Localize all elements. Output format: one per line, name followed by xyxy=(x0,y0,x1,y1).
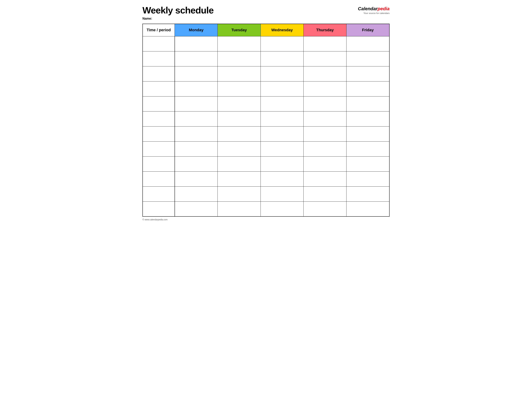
schedule-cell[interactable] xyxy=(347,201,389,216)
page-title: Weekly schedule xyxy=(142,5,214,15)
header-row: Weekly schedule Calendarpedia Your sourc… xyxy=(142,5,390,15)
time-cell[interactable] xyxy=(143,141,175,156)
schedule-cell[interactable] xyxy=(218,141,260,156)
schedule-cell[interactable] xyxy=(218,96,260,111)
table-row xyxy=(143,51,389,66)
schedule-cell[interactable] xyxy=(218,186,260,201)
time-cell[interactable] xyxy=(143,96,175,111)
schedule-cell[interactable] xyxy=(218,171,260,186)
schedule-cell[interactable] xyxy=(218,156,260,171)
col-header-monday: Monday xyxy=(175,24,218,36)
schedule-cell[interactable] xyxy=(304,171,346,186)
schedule-cell[interactable] xyxy=(260,141,304,156)
logo-tagline: Your source for calendars xyxy=(363,12,390,14)
schedule-cell[interactable] xyxy=(175,66,218,81)
col-header-friday: Friday xyxy=(347,24,389,36)
table-row xyxy=(143,111,389,126)
schedule-cell[interactable] xyxy=(260,36,304,51)
schedule-cell[interactable] xyxy=(175,96,218,111)
schedule-cell[interactable] xyxy=(347,186,389,201)
schedule-cell[interactable] xyxy=(175,36,218,51)
schedule-cell[interactable] xyxy=(260,126,304,141)
schedule-cell[interactable] xyxy=(347,126,389,141)
schedule-cell[interactable] xyxy=(175,156,218,171)
schedule-cell[interactable] xyxy=(218,81,260,96)
schedule-cell[interactable] xyxy=(304,36,346,51)
table-row xyxy=(143,66,389,81)
schedule-cell[interactable] xyxy=(304,201,346,216)
name-label: Name: xyxy=(142,17,152,20)
table-header-row: Time / period Monday Tuesday Wednesday T… xyxy=(143,24,389,36)
table-row xyxy=(143,186,389,201)
schedule-cell[interactable] xyxy=(218,51,260,66)
schedule-cell[interactable] xyxy=(175,126,218,141)
schedule-cell[interactable] xyxy=(260,81,304,96)
name-row: Name: xyxy=(142,17,390,20)
table-row xyxy=(143,141,389,156)
schedule-cell[interactable] xyxy=(218,36,260,51)
schedule-cell[interactable] xyxy=(304,51,346,66)
logo-pedia-text: pedia xyxy=(378,6,390,11)
footer-copyright: © www.calendarpedia.com xyxy=(142,218,167,221)
time-cell[interactable] xyxy=(143,51,175,66)
schedule-cell[interactable] xyxy=(347,66,389,81)
schedule-cell[interactable] xyxy=(218,201,260,216)
schedule-cell[interactable] xyxy=(304,141,346,156)
logo-calendar-text: Calendar xyxy=(358,6,378,11)
schedule-cell[interactable] xyxy=(260,66,304,81)
schedule-cell[interactable] xyxy=(304,156,346,171)
schedule-cell[interactable] xyxy=(175,111,218,126)
schedule-cell[interactable] xyxy=(347,111,389,126)
schedule-cell[interactable] xyxy=(347,81,389,96)
time-cell[interactable] xyxy=(143,66,175,81)
schedule-cell[interactable] xyxy=(260,171,304,186)
time-cell[interactable] xyxy=(143,186,175,201)
time-cell[interactable] xyxy=(143,171,175,186)
schedule-cell[interactable] xyxy=(304,96,346,111)
col-header-tuesday: Tuesday xyxy=(218,24,260,36)
schedule-cell[interactable] xyxy=(175,51,218,66)
schedule-cell[interactable] xyxy=(260,111,304,126)
schedule-cell[interactable] xyxy=(175,141,218,156)
schedule-cell[interactable] xyxy=(347,36,389,51)
table-row xyxy=(143,171,389,186)
schedule-cell[interactable] xyxy=(218,111,260,126)
schedule-body xyxy=(143,36,389,216)
page-wrapper: Weekly schedule Calendarpedia Your sourc… xyxy=(142,5,390,221)
schedule-cell[interactable] xyxy=(260,201,304,216)
time-cell[interactable] xyxy=(143,126,175,141)
schedule-cell[interactable] xyxy=(260,186,304,201)
schedule-cell[interactable] xyxy=(175,81,218,96)
time-cell[interactable] xyxy=(143,156,175,171)
schedule-cell[interactable] xyxy=(175,186,218,201)
time-cell[interactable] xyxy=(143,201,175,216)
schedule-cell[interactable] xyxy=(260,51,304,66)
schedule-cell[interactable] xyxy=(218,126,260,141)
schedule-cell[interactable] xyxy=(304,66,346,81)
schedule-cell[interactable] xyxy=(260,156,304,171)
schedule-cell[interactable] xyxy=(347,96,389,111)
time-cell[interactable] xyxy=(143,36,175,51)
table-row xyxy=(143,81,389,96)
schedule-cell[interactable] xyxy=(304,126,346,141)
schedule-cell[interactable] xyxy=(347,156,389,171)
schedule-cell[interactable] xyxy=(304,81,346,96)
logo-wrapper: Calendarpedia xyxy=(358,6,390,12)
schedule-cell[interactable] xyxy=(304,186,346,201)
schedule-cell[interactable] xyxy=(347,141,389,156)
table-row xyxy=(143,96,389,111)
schedule-cell[interactable] xyxy=(175,201,218,216)
schedule-cell[interactable] xyxy=(304,111,346,126)
schedule-table: Time / period Monday Tuesday Wednesday T… xyxy=(142,24,390,217)
schedule-cell[interactable] xyxy=(218,66,260,81)
schedule-cell[interactable] xyxy=(347,51,389,66)
schedule-cell[interactable] xyxy=(347,171,389,186)
footer-text: © www.calendarpedia.com xyxy=(142,218,390,221)
col-header-thursday: Thursday xyxy=(304,24,346,36)
schedule-cell[interactable] xyxy=(175,171,218,186)
schedule-cell[interactable] xyxy=(260,96,304,111)
time-cell[interactable] xyxy=(143,81,175,96)
col-header-time: Time / period xyxy=(143,24,175,36)
time-cell[interactable] xyxy=(143,111,175,126)
table-row xyxy=(143,36,389,51)
